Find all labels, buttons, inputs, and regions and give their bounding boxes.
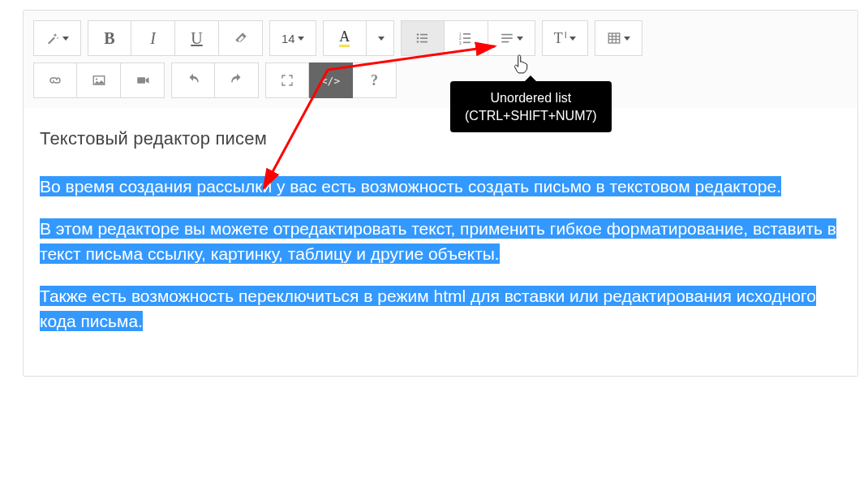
fontsize-group: 14 (269, 20, 316, 56)
magic-button[interactable] (33, 20, 81, 56)
editor-wrapper: B I U 14 (0, 0, 868, 386)
picture-button[interactable] (77, 62, 121, 98)
editor-content[interactable]: Текстовый редактор писем Во время создан… (24, 108, 857, 376)
ordered-list-icon: 1 2 3 (458, 31, 473, 45)
caret-icon (378, 37, 385, 41)
fullscreen-icon (280, 73, 294, 88)
svg-rect-1 (420, 34, 428, 36)
eraser-icon (234, 31, 248, 45)
unordered-list-button[interactable] (401, 20, 445, 56)
toolbar-row-2: </> ? (33, 62, 848, 98)
magic-wand-icon (45, 31, 60, 45)
content-paragraph-2: В этом редакторе вы можете отредактирова… (40, 217, 841, 266)
caret-icon (624, 37, 630, 41)
link-button[interactable] (33, 62, 77, 98)
caret-icon (298, 37, 304, 41)
align-icon (500, 31, 514, 45)
color-group: A (323, 20, 394, 56)
table-group (595, 20, 642, 56)
paragraph-button[interactable] (488, 20, 535, 56)
svg-rect-15 (608, 33, 620, 43)
redo-button[interactable] (215, 62, 259, 98)
svg-point-0 (416, 33, 419, 36)
caret-icon (517, 37, 523, 41)
svg-rect-22 (137, 77, 145, 84)
tooltip-line2: (CTRL+SHIFT+NUM7) (465, 107, 597, 125)
insert-group (33, 62, 165, 98)
unordered-list-icon (415, 31, 430, 45)
list-group: 1 2 3 (401, 20, 535, 56)
picture-icon (92, 73, 106, 88)
svg-rect-9 (463, 37, 471, 39)
codeview-label: </> (321, 75, 340, 87)
eraser-button[interactable] (219, 20, 263, 56)
content-paragraph-3: Также есть возможность переключиться в р… (40, 284, 841, 334)
svg-rect-5 (420, 41, 428, 43)
bold-label: B (104, 29, 114, 48)
svg-rect-12 (501, 34, 513, 36)
ordered-list-button[interactable]: 1 2 3 (445, 20, 488, 56)
bold-button[interactable]: B (88, 20, 131, 56)
svg-rect-7 (463, 33, 471, 35)
underline-button[interactable]: U (175, 20, 219, 56)
svg-point-21 (95, 78, 97, 80)
textstyle-label: T (554, 30, 563, 47)
svg-point-2 (416, 37, 419, 40)
content-heading: Текстовый редактор писем (40, 126, 841, 152)
svg-rect-14 (501, 41, 509, 43)
undo-icon (186, 73, 200, 88)
video-icon (135, 73, 150, 88)
caret-icon (62, 37, 69, 41)
table-icon (607, 31, 621, 45)
svg-rect-3 (420, 37, 428, 39)
undo-button[interactable] (171, 62, 215, 98)
toolbar: B I U 14 (24, 11, 857, 108)
textstyle-button[interactable]: T I (542, 20, 588, 56)
svg-text:3: 3 (459, 41, 462, 45)
fontsize-button[interactable]: 14 (269, 20, 316, 56)
italic-label: I (150, 29, 156, 48)
table-button[interactable] (595, 20, 642, 56)
fullscreen-button[interactable] (265, 62, 309, 98)
help-button[interactable]: ? (353, 62, 397, 98)
forecolor-dropdown[interactable] (367, 20, 394, 56)
underline-label: U (191, 29, 202, 48)
forecolor-button[interactable]: A (323, 20, 367, 56)
view-group: </> ? (265, 62, 397, 98)
fontsize-label: 14 (281, 32, 295, 45)
italic-button[interactable]: I (131, 20, 175, 56)
tooltip: Unordered list (CTRL+SHIFT+NUM7) (450, 81, 612, 132)
tooltip-line1: Unordered list (465, 89, 597, 107)
video-button[interactable] (121, 62, 165, 98)
toolbar-row-1: B I U 14 (33, 20, 848, 56)
svg-rect-13 (501, 37, 513, 39)
help-label: ? (371, 72, 378, 89)
font-style-group: B I U (88, 20, 263, 56)
link-icon (48, 73, 62, 88)
svg-rect-11 (463, 42, 471, 44)
textstyle-group: T I (542, 20, 588, 56)
redo-icon (230, 73, 244, 88)
forecolor-label: A (339, 29, 350, 47)
magic-group (33, 20, 81, 56)
history-group (171, 62, 259, 98)
content-paragraph-1: Во время создания рассылки у вас есть во… (40, 175, 841, 199)
caret-icon (569, 37, 576, 41)
codeview-button[interactable]: </> (309, 62, 353, 98)
svg-point-4 (416, 41, 419, 43)
editor-panel: B I U 14 (23, 10, 858, 377)
